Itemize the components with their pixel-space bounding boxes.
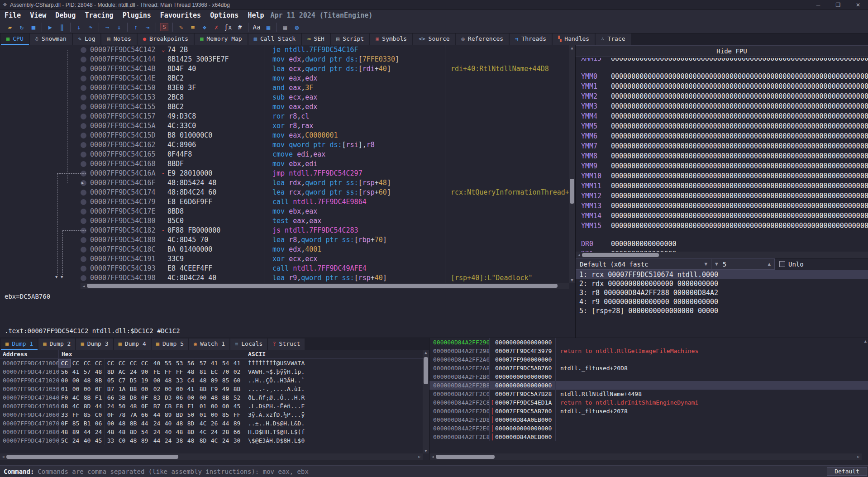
hex-byte[interactable]: AC [116, 368, 128, 376]
instruction-bytes[interactable]: ⌄74 2B [160, 45, 264, 55]
instruction-bytes[interactable]: 8BC2 [160, 102, 264, 112]
tab-breakpoints[interactable]: ●Breakpoints [138, 33, 194, 45]
hex-byte[interactable]: 00 [174, 385, 185, 393]
breakpoint-dot[interactable] [81, 161, 86, 167]
instruction-address[interactable]: 00007FF9DC54C144 [90, 55, 160, 64]
breakpoint-dot[interactable] [81, 256, 86, 262]
hex-byte[interactable]: 48 [174, 428, 185, 436]
dump-address[interactable]: 00007FF9DC471070 [0, 419, 59, 428]
disassembly-row[interactable]: 00007FF9DC54C14B8D4F 40lea ecx,qword ptr… [0, 64, 575, 74]
hex-byte[interactable]: CB [162, 402, 174, 410]
tab-locals[interactable]: ≡Locals [230, 339, 267, 350]
instruction-address[interactable]: 00007FF9DC54C14B [90, 64, 160, 74]
stack-value[interactable]: 0000000000000000 [489, 338, 555, 347]
instruction-bytes[interactable]: -0F88 FB000000 [160, 226, 264, 235]
hex-byte[interactable]: 7A [128, 411, 139, 419]
breakpoint-dot[interactable] [81, 123, 86, 129]
hex-byte[interactable]: 24 [220, 437, 231, 444]
menu-item-view[interactable]: View [25, 11, 51, 19]
disassembly-row[interactable]: 00007FF9DC54C17448:8D4C24 60lea rcx,qwor… [0, 188, 575, 197]
instruction-bytes[interactable]: 49:D3C8 [160, 112, 264, 121]
hex-byte[interactable]: 48 [105, 428, 116, 436]
step-over-icon[interactable]: ↷ [85, 23, 96, 32]
stack-row[interactable]: 000000D84A2FF2A800007FF9DC5AB760ntdll._f… [429, 364, 868, 372]
hex-byte[interactable]: 05 [105, 377, 116, 384]
register-row[interactable]: YMM1000000000000000000000000000000000000… [581, 81, 868, 91]
instruction-text[interactable]: mov qword ptr ds:[rsi],r8 [264, 140, 445, 150]
scroll-left-icon[interactable]: ◄ [0, 454, 6, 459]
hex-byte[interactable]: 24 [151, 420, 162, 427]
hex-byte[interactable]: 4C [197, 420, 209, 427]
hex-byte[interactable]: 89 [231, 420, 243, 427]
hex-byte[interactable]: 24 [128, 368, 139, 376]
hex-byte[interactable]: 81 [197, 368, 209, 376]
hex-byte[interactable]: FE [151, 368, 162, 376]
tab-trace[interactable]: ∴Trace [596, 33, 630, 45]
hex-byte[interactable]: F1 [93, 394, 104, 401]
instruction-address[interactable]: 00007FF9DC54C153 [90, 93, 160, 102]
stack-row[interactable]: 000000D84A2FF2D8│000000D84A0EB000 [429, 415, 868, 424]
clear-icon[interactable]: ✗ [210, 23, 222, 32]
tab-threads[interactable]: ⇉Threads [510, 33, 552, 45]
register-row[interactable]: YMM1400000000000000000000000000000000000… [581, 211, 868, 221]
hex-byte[interactable]: B8 [128, 385, 139, 393]
hex-byte[interactable]: 89 [139, 437, 150, 444]
instruction-address[interactable]: 00007FF9DC54C16F [90, 178, 160, 188]
hex-byte[interactable]: 8D [185, 420, 196, 427]
disassembly-row[interactable]: 00007FF9DC54C16A-E9 28010000jmp ntdll.7F… [0, 169, 575, 178]
disassembly-row[interactable]: 00007FF9DC54C15083E0 3Fand eax,3F [0, 83, 575, 93]
register-row[interactable]: YMM9000000000000000000000000000000000000… [581, 161, 868, 171]
stack-address[interactable]: 000000D84A2FF2A8 [429, 364, 489, 372]
register-row[interactable]: YMM1000000000000000000000000000000000000… [581, 171, 868, 181]
instruction-bytes[interactable]: B8 010000C0 [160, 131, 264, 140]
instruction-text[interactable]: mov edx,dword ptr ds:[7FFE0330] [264, 55, 445, 64]
disassembly-row[interactable]: 00007FF9DC54C14E8BC2mov eax,edx [0, 74, 575, 83]
dump-row[interactable]: 00007FF9DC471000CCCCCCCCCCCCCCCC40555356… [0, 359, 429, 367]
close-icon[interactable]: ■ [28, 23, 39, 32]
instruction-address[interactable]: 00007FF9DC54C191 [90, 254, 160, 264]
hex-byte[interactable]: 66 [231, 428, 243, 436]
scroll-down-icon[interactable]: ▼ [569, 278, 575, 282]
disassembly-vscrollbar[interactable]: ▲ ▼ [569, 45, 575, 283]
breakpoint-dot[interactable] [81, 114, 86, 119]
hex-byte[interactable]: 38 [174, 437, 185, 444]
instruction-address[interactable]: 00007FF9DC54C16A [90, 169, 160, 178]
hex-byte[interactable]: 41 [209, 359, 220, 367]
hex-byte[interactable]: 4C [70, 394, 81, 401]
hex-byte[interactable]: 66 [139, 411, 150, 419]
skip-icon[interactable]: ⇓ [113, 23, 125, 32]
instruction-bytes[interactable]: 4C:8D45 70 [160, 235, 264, 245]
hex-byte[interactable]: 00 [81, 385, 93, 393]
menu-item-debug[interactable]: Debug [51, 11, 80, 19]
hex-byte[interactable]: 00 [70, 385, 81, 393]
breakpoint-dot[interactable] [81, 142, 86, 148]
register-row[interactable]: YMM7000000000000000000000000000000000000… [581, 141, 868, 151]
menu-item-plugins[interactable]: Plugins [118, 11, 156, 19]
tab-handles[interactable]: ▚Handles [553, 33, 595, 45]
seh-chain-icon[interactable]: S [160, 23, 168, 31]
stack-value[interactable]: │000000D84A0EB000 [489, 433, 555, 441]
argument-row[interactable]: 1: rcx 00007FF9DC510674 ntdll.0000 [576, 270, 868, 279]
instruction-text[interactable]: mov eax,edx [264, 74, 445, 83]
instruction-bytes[interactable]: 48:8D4C24 60 [160, 188, 264, 197]
dump-address[interactable]: 00007FF9DC471040 [0, 393, 59, 402]
stack-value[interactable]: 00007FF9DC4F3979 [489, 347, 555, 355]
hex-byte[interactable]: 48 [185, 437, 196, 444]
dump-ascii[interactable]: ..±..H.D$@H.L&D. [245, 419, 305, 428]
instruction-bytes[interactable]: 8B1425 3003FE7F [160, 55, 264, 64]
disassembly-row[interactable]: 00007FF9DC54C18085C0test eax,eax [0, 216, 575, 226]
hex-byte[interactable]: 0F [59, 420, 70, 427]
hex-byte[interactable]: 00 [220, 402, 231, 410]
hex-byte[interactable]: 8B [220, 394, 231, 401]
hex-byte[interactable]: 48 [209, 394, 220, 401]
dump-row[interactable]: 00007FF9DC4710200000488B05C7D519004833C4… [0, 376, 429, 385]
disassembly-hscrollbar[interactable]: ◄ [81, 283, 569, 289]
scroll-thumb[interactable] [570, 179, 574, 204]
hex-byte[interactable]: 48 [93, 368, 104, 376]
tab-script[interactable]: ▤Script [331, 33, 369, 45]
hex-byte[interactable]: 48 [185, 368, 196, 376]
hex-byte[interactable]: 44 [93, 402, 104, 410]
stack-hscrollbar[interactable]: ◄ ► [429, 453, 862, 460]
instruction-text[interactable]: lea ecx,qword ptr ds:[rdi+40] [264, 64, 445, 74]
hex-byte[interactable]: 40 [151, 359, 162, 367]
